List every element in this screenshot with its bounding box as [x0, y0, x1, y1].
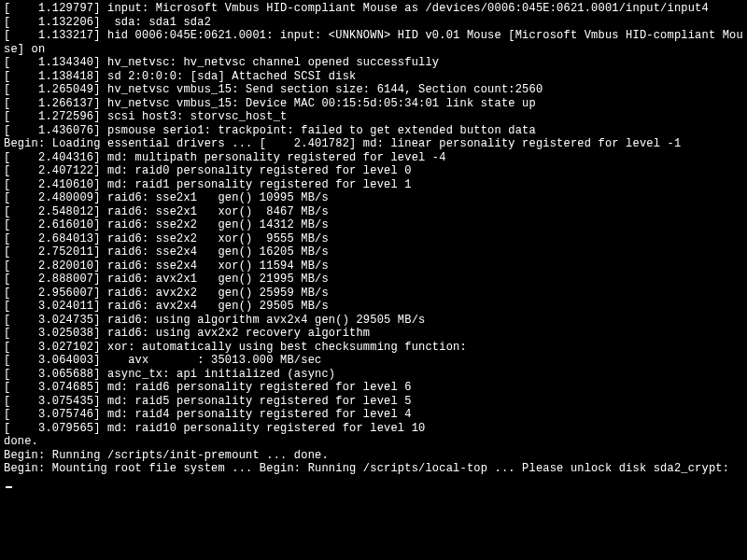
log-line: [ 3.024011] raid6: avx2x4 gen() 29505 MB…: [4, 300, 743, 314]
log-line: [ 3.025038] raid6: using avx2x2 recovery…: [4, 327, 743, 341]
log-line: [ 1.133217] hid 0006:045E:0621.0001: inp…: [4, 29, 743, 56]
log-line: [ 3.075435] md: raid5 personality regist…: [4, 395, 743, 409]
log-line: [ 2.480009] raid6: sse2x1 gen() 10995 MB…: [4, 191, 743, 205]
log-line: [ 3.027102] xor: automatically using bes…: [4, 341, 743, 355]
log-line: [ 1.436076] psmouse serio1: trackpoint: …: [4, 124, 743, 138]
cursor: [6, 486, 12, 488]
log-line: [ 1.132206] sda: sda1 sda2: [4, 16, 743, 30]
log-line: [ 2.888007] raid6: avx2x1 gen() 21995 MB…: [4, 273, 743, 287]
log-line: done.: [4, 435, 743, 449]
log-line: [ 1.272596] scsi host3: storvsc_host_t: [4, 110, 743, 124]
log-line: [ 2.684013] raid6: sse2x2 xor() 9555 MB/…: [4, 232, 743, 246]
log-line: [ 2.410610] md: raid1 personality regist…: [4, 178, 743, 192]
log-line: [ 3.065688] async_tx: api initialized (a…: [4, 368, 743, 382]
log-line: [ 1.138418] sd 2:0:0:0: [sda] Attached S…: [4, 70, 743, 84]
log-line: Begin: Running /scripts/init-premount ..…: [4, 449, 743, 463]
log-line: [ 3.074685] md: raid6 personality regist…: [4, 381, 743, 395]
log-line: [ 2.752011] raid6: sse2x4 gen() 16205 MB…: [4, 245, 743, 259]
log-line: [ 2.820010] raid6: sse2x4 xor() 11594 MB…: [4, 259, 743, 273]
log-line: [ 3.079565] md: raid10 personality regis…: [4, 422, 743, 436]
log-line: [ 1.129797] input: Microsoft Vmbus HID-c…: [4, 2, 743, 16]
log-line: [ 2.407122] md: raid0 personality regist…: [4, 164, 743, 178]
log-line: [ 3.075746] md: raid4 personality regist…: [4, 408, 743, 422]
log-line: [ 3.024735] raid6: using algorithm avx2x…: [4, 314, 743, 328]
log-line: [ 2.548012] raid6: sse2x1 xor() 8467 MB/…: [4, 205, 743, 219]
log-line: [ 2.616010] raid6: sse2x2 gen() 14312 MB…: [4, 218, 743, 232]
log-line: Begin: Loading essential drivers ... [ 2…: [4, 137, 743, 151]
prompt-line[interactable]: Begin: Mounting root file system ... Beg…: [4, 462, 743, 489]
log-line: [ 1.134340] hv_netvsc: hv_netvsc channel…: [4, 56, 743, 70]
log-line: [ 1.265049] hv_netvsc vmbus_15: Send sec…: [4, 83, 743, 97]
boot-console: [ 1.129797] input: Microsoft Vmbus HID-c…: [0, 0, 747, 491]
log-line: [ 2.404316] md: multipath personality re…: [4, 151, 743, 165]
log-line: [ 1.266137] hv_netvsc vmbus_15: Device M…: [4, 97, 743, 111]
log-line: [ 3.064003] avx : 35013.000 MB/sec: [4, 354, 743, 368]
log-line: [ 2.956007] raid6: avx2x2 gen() 25959 MB…: [4, 287, 743, 301]
